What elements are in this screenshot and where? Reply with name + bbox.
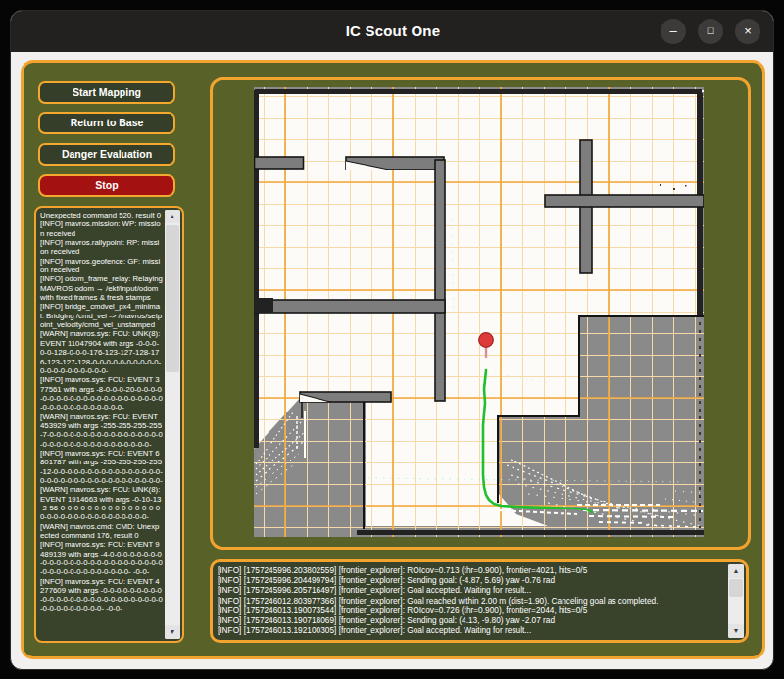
mavros-log-scrollbar[interactable]: ▲ ▼: [165, 210, 180, 639]
mavros-log-text: Unexpected command 520, result 0 [INFO] …: [36, 208, 165, 641]
minimize-button[interactable]: –: [661, 19, 686, 44]
start-mapping-button[interactable]: Start Mapping: [38, 81, 175, 104]
scroll-up-icon[interactable]: ▲: [165, 210, 180, 223]
close-button[interactable]: ×: [735, 19, 760, 44]
titlebar[interactable]: IC Scout One – □ ×: [11, 11, 774, 52]
scroll-down-icon[interactable]: ▼: [165, 625, 180, 639]
scroll-down-icon[interactable]: ▼: [728, 624, 744, 638]
scroll-up-icon[interactable]: ▲: [728, 564, 744, 578]
occupancy-grid-map[interactable]: [254, 87, 704, 537]
frontier-explorer-log-panel[interactable]: [INFO] [1757245996.203802559] [frontier_…: [210, 559, 749, 643]
maximize-button[interactable]: □: [698, 19, 723, 44]
scrollbar-thumb[interactable]: [729, 579, 743, 597]
map-panel[interactable]: [210, 77, 751, 550]
frontier-log-scrollbar[interactable]: ▲ ▼: [728, 564, 744, 638]
danger-evaluation-button[interactable]: Danger Evaluation: [38, 143, 175, 166]
main-content-frame: Start Mapping Return to Base Danger Eval…: [21, 60, 765, 659]
scrollbar-thumb[interactable]: [166, 225, 179, 372]
mavros-log-panel[interactable]: Unexpected command 520, result 0 [INFO] …: [34, 206, 184, 643]
app-window: IC Scout One – □ × Start Mapping Return …: [10, 10, 774, 670]
return-to-base-button[interactable]: Return to Base: [38, 112, 175, 134]
stop-button[interactable]: Stop: [38, 174, 175, 197]
frontier-explorer-log-text: [INFO] [1757245996.203802559] [frontier_…: [213, 562, 728, 640]
screen: IC Scout One – □ × Start Mapping Return …: [0, 0, 784, 679]
